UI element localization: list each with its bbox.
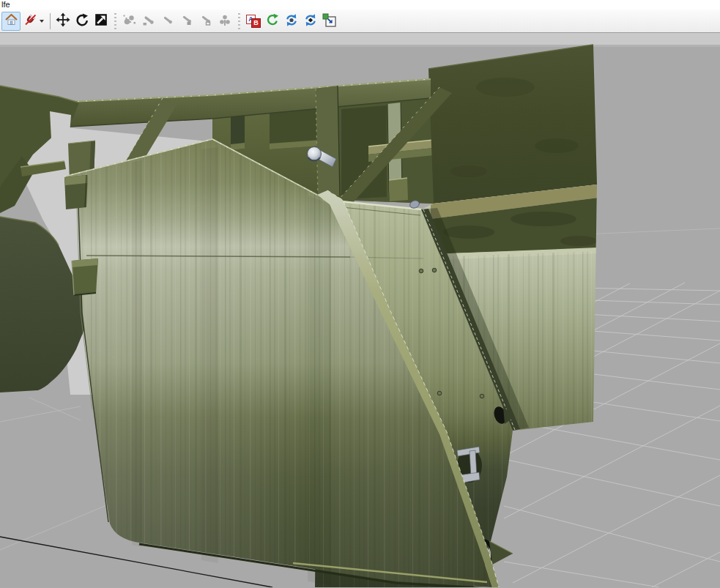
ab-blocks-icon: A B	[246, 15, 261, 28]
pillar-notch-gap	[50, 111, 71, 144]
snap-magnet-button[interactable]	[21, 12, 47, 31]
pin-tool-icon	[218, 13, 232, 29]
refresh-icon	[266, 13, 279, 29]
rotate-view-button[interactable]	[73, 12, 92, 31]
toolbar-grip[interactable]	[114, 13, 116, 29]
home-button[interactable]	[1, 12, 21, 31]
home-icon	[4, 13, 18, 29]
move-arrows-icon	[56, 12, 70, 29]
refresh-button[interactable]	[263, 12, 282, 31]
drag-tool-4-button-disabled	[196, 12, 215, 31]
drag-tool-3-icon	[179, 13, 194, 29]
drag-tool-1-icon	[141, 13, 156, 29]
toolbar-separator	[50, 13, 51, 29]
window-title: lfe	[0, 0, 720, 10]
drag-tool-3-button-disabled	[177, 12, 196, 31]
pin-tool-button-disabled	[215, 12, 234, 31]
sync-apply-button[interactable]	[301, 12, 320, 31]
viewport-3d[interactable]	[0, 33, 720, 587]
gear-tool-button-disabled	[120, 12, 139, 31]
export-package-icon	[322, 13, 337, 29]
rotate-arrow-icon	[75, 13, 89, 29]
sync-update-icon	[284, 13, 299, 29]
drag-tool-2-icon	[160, 13, 175, 29]
scale-box-icon	[94, 13, 108, 29]
export-package-button[interactable]	[320, 12, 339, 31]
ab-blocks-button[interactable]: A B	[244, 12, 263, 31]
toolbar-grip-2[interactable]	[238, 13, 240, 29]
sync-update-button[interactable]	[282, 12, 301, 31]
main-toolbar: A B	[0, 10, 720, 33]
drag-tool-2-button-disabled	[158, 12, 177, 31]
hinge-lower	[72, 258, 98, 295]
snap-dropdown-icon[interactable]	[40, 20, 44, 23]
hinge-upper	[64, 175, 88, 209]
drag-tool-4-icon	[198, 13, 213, 29]
rear-panel-top-right	[428, 45, 597, 204]
frame-post	[316, 86, 340, 198]
gear-tool-icon	[122, 13, 137, 29]
magnet-disabled-icon	[23, 13, 38, 29]
drag-tool-1-button-disabled	[139, 12, 158, 31]
block-b-label: B	[251, 18, 261, 28]
zoom-scale-button[interactable]	[92, 12, 111, 31]
pan-move-button[interactable]	[53, 12, 73, 31]
sync-apply-icon	[303, 13, 318, 29]
